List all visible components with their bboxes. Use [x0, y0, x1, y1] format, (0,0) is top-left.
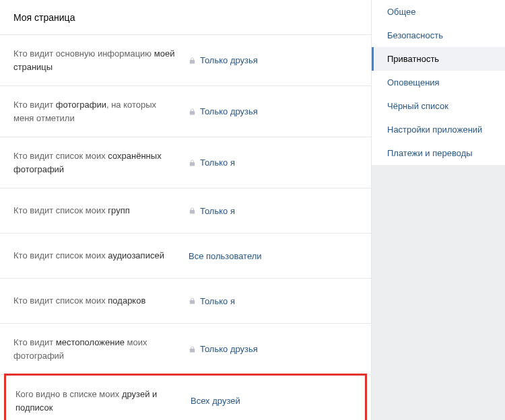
label-text: Кто видит — [13, 100, 56, 110]
privacy-setting-row: Кто видит список моих сохранённых фотогр… — [0, 137, 371, 188]
highlight-box: Кого видно в списке моих друзей и подпис… — [4, 374, 367, 420]
lock-icon — [189, 108, 196, 116]
privacy-setting-row: Кто видит фотографии, на которых меня от… — [0, 86, 371, 137]
sidebar-item-label: Приватность — [387, 54, 439, 64]
privacy-value-text: Только друзья — [200, 106, 258, 116]
lock-icon — [189, 159, 196, 167]
privacy-setting-value[interactable]: Только я — [189, 158, 235, 168]
privacy-setting-row: Кто видит список моих группТолько я — [0, 188, 371, 234]
lock-icon — [189, 345, 196, 353]
lock-icon — [189, 297, 196, 305]
privacy-setting-value[interactable]: Только друзья — [189, 55, 258, 65]
section-title: Моя страница — [13, 12, 358, 23]
lock-icon — [189, 57, 196, 65]
label-bold: фотографии — [56, 100, 106, 110]
privacy-value-text: Только друзья — [200, 55, 258, 65]
privacy-setting-label: Кто видит список моих аудиозаписей — [13, 249, 189, 262]
label-text: Кого видно в списке моих — [15, 389, 122, 399]
privacy-setting-value[interactable]: Только друзья — [189, 344, 258, 354]
privacy-setting-value[interactable]: Только я — [189, 206, 235, 216]
privacy-setting-label: Кто видит список моих сохранённых фотогр… — [13, 149, 189, 176]
label-bold: аудиозаписей — [108, 250, 164, 260]
privacy-setting-row: Кто видит список моих аудиозаписейВсе по… — [0, 234, 371, 279]
sidebar-item-label: Общее — [387, 7, 416, 17]
sidebar-item-label: Безопасность — [387, 30, 443, 40]
sidebar-item-label: Платежи и переводы — [387, 148, 473, 158]
privacy-value-text: Только я — [200, 296, 235, 306]
privacy-setting-row: Кто видит основную информацию моей стран… — [0, 35, 371, 86]
label-bold: групп — [108, 205, 129, 215]
sidebar-item[interactable]: Чёрный список — [372, 94, 505, 118]
privacy-setting-label: Кто видит список моих групп — [13, 204, 189, 217]
label-bold: подарков — [108, 295, 145, 306]
sidebar-item[interactable]: Платежи и переводы — [372, 141, 505, 165]
label-text: Кто видит список моих — [13, 250, 108, 260]
sidebar-item[interactable]: Настройки приложений — [372, 118, 505, 141]
privacy-setting-label: Кто видит местоположение моих фотографий — [13, 336, 189, 362]
privacy-value-text: Всех друзей — [191, 396, 240, 406]
privacy-value-text: Только я — [200, 206, 235, 216]
privacy-setting-label: Кто видит фотографии, на которых меня от… — [13, 98, 189, 125]
privacy-setting-row: Кто видит список моих подарковТолько я — [0, 279, 371, 324]
privacy-setting-value[interactable]: Все пользователи — [189, 251, 262, 261]
privacy-setting-label: Кто видит основную информацию моей стран… — [13, 47, 189, 73]
sidebar-item[interactable]: Приватность — [372, 47, 505, 71]
privacy-setting-label: Кого видно в списке моих друзей и подпис… — [15, 388, 191, 414]
label-text: Кто видит основную информацию — [13, 48, 154, 59]
label-text: Кто видит — [13, 337, 56, 347]
privacy-setting-value[interactable]: Только я — [189, 296, 235, 306]
sidebar-item[interactable]: Безопасность — [372, 24, 505, 47]
label-text: Кто видит список моих — [13, 295, 108, 306]
privacy-setting-value[interactable]: Только друзья — [189, 106, 258, 116]
privacy-setting-label: Кто видит список моих подарков — [13, 294, 189, 308]
sidebar-item[interactable]: Общее — [372, 0, 505, 24]
privacy-setting-row: Кто видит местоположение моих фотографий… — [0, 324, 371, 375]
section-header: Моя страница — [0, 0, 371, 35]
privacy-value-text: Только друзья — [200, 344, 258, 354]
privacy-setting-row: Кого видно в списке моих друзей и подпис… — [6, 376, 365, 420]
privacy-value-text: Все пользователи — [189, 251, 262, 261]
lock-icon — [189, 207, 196, 215]
label-text: Кто видит список моих — [13, 151, 108, 161]
label-bold: местоположение — [56, 337, 125, 347]
sidebar-item-label: Настройки приложений — [387, 125, 482, 135]
privacy-setting-value[interactable]: Всех друзей — [191, 396, 240, 406]
settings-main-panel: Моя страница Кто видит основную информац… — [0, 0, 372, 420]
label-text: Кто видит список моих — [13, 205, 108, 215]
privacy-value-text: Только я — [200, 158, 235, 168]
sidebar-item-label: Оповещения — [387, 77, 440, 88]
sidebar-item-label: Чёрный список — [387, 101, 448, 111]
sidebar-item[interactable]: Оповещения — [372, 71, 505, 94]
settings-sidebar: ОбщееБезопасностьПриватностьОповещенияЧё… — [372, 0, 505, 420]
